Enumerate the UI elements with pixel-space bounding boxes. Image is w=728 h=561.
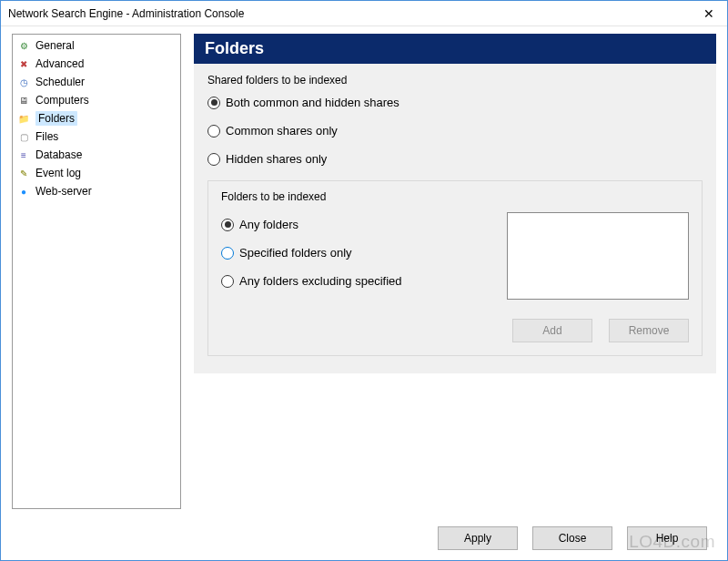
sidebar-item-database-icon: ≡ [17,148,30,161]
radio-icon [221,219,234,231]
sidebar-item-label: Web-server [35,185,92,198]
sidebar-item-general-icon: ⚙ [17,39,30,52]
radio-icon [207,125,220,138]
window-title: Network Search Engine - Administration C… [8,7,244,20]
sidebar-item-webserver-icon: ● [17,185,30,198]
sidebar-item-label: Database [35,148,82,161]
window-body: ⚙General✖Advanced◷Scheduler🖥Computers📁Fo… [1,26,727,516]
remove-button[interactable]: Remove [609,319,689,342]
sidebar-item-database[interactable]: ≡Database [14,146,179,164]
sidebar-item-folders[interactable]: 📁Folders [14,109,179,128]
radio-specified-only[interactable]: Specified folders only [221,246,485,260]
radio-label: Specified folders only [239,246,352,260]
help-button[interactable]: Help [627,526,707,550]
apply-button[interactable]: Apply [438,526,518,550]
sidebar-item-eventlog[interactable]: ✎Event log [14,164,179,182]
sidebar-item-label: Scheduler [35,76,85,88]
folders-group-label: Folders to be indexed [221,190,689,203]
sidebar-item-scheduler[interactable]: ◷Scheduler [14,73,179,91]
add-button[interactable]: Add [512,319,592,342]
close-button[interactable]: Close [532,526,612,550]
sidebar-item-scheduler-icon: ◷ [17,76,30,88]
footer: Apply Close Help [1,516,727,560]
sidebar-item-label: General [35,39,75,52]
shared-folders-label: Shared folders to be indexed [207,74,703,87]
titlebar: Network Search Engine - Administration C… [1,1,727,26]
radio-any-folders[interactable]: Any folders [221,218,485,231]
radio-hidden-only[interactable]: Hidden shares only [207,152,703,166]
radio-label: Common shares only [226,124,338,138]
page-title: Folders [194,34,716,64]
sidebar-item-label: Advanced [35,57,84,70]
content-pane: Folders Shared folders to be indexed Bot… [194,34,716,509]
radio-label: Any folders [239,218,298,231]
sidebar-item-folders-icon: 📁 [17,112,30,125]
radio-both-shares[interactable]: Both common and hidden shares [207,96,703,109]
folders-subpanel: Folders to be indexed Any foldersSpecifi… [207,180,703,356]
sidebar-item-webserver[interactable]: ●Web-server [14,182,179,200]
radio-common-only[interactable]: Common shares only [207,124,703,138]
folders-listbox[interactable] [507,212,689,300]
sidebar-item-eventlog-icon: ✎ [17,167,30,179]
window-frame: Network Search Engine - Administration C… [0,0,728,561]
radio-label: Both common and hidden shares [226,96,399,109]
sidebar-item-files-icon: ▢ [17,130,30,143]
sidebar-item-label: Computers [35,94,89,107]
radio-icon [221,247,234,260]
sidebar-item-advanced[interactable]: ✖Advanced [14,55,179,73]
sidebar-item-label: Files [35,130,58,143]
sidebar-item-computers-icon: 🖥 [17,94,30,107]
radio-icon [207,97,220,109]
sidebar-item-label: Folders [35,111,77,126]
shared-folders-panel: Shared folders to be indexed Both common… [194,64,716,373]
radio-icon [221,275,234,288]
sidebar-item-files[interactable]: ▢Files [14,128,179,146]
sidebar-item-general[interactable]: ⚙General [14,36,179,55]
radio-excluding-specified[interactable]: Any folders excluding specified [221,274,485,288]
close-icon[interactable]: ✕ [700,5,718,23]
radio-icon [207,153,220,166]
sidebar-item-computers[interactable]: 🖥Computers [14,91,179,109]
sidebar-item-label: Event log [35,167,81,179]
radio-label: Any folders excluding specified [239,274,402,288]
sidebar-item-advanced-icon: ✖ [17,57,30,70]
radio-label: Hidden shares only [226,152,327,166]
sidebar: ⚙General✖Advanced◷Scheduler🖥Computers📁Fo… [12,34,181,509]
